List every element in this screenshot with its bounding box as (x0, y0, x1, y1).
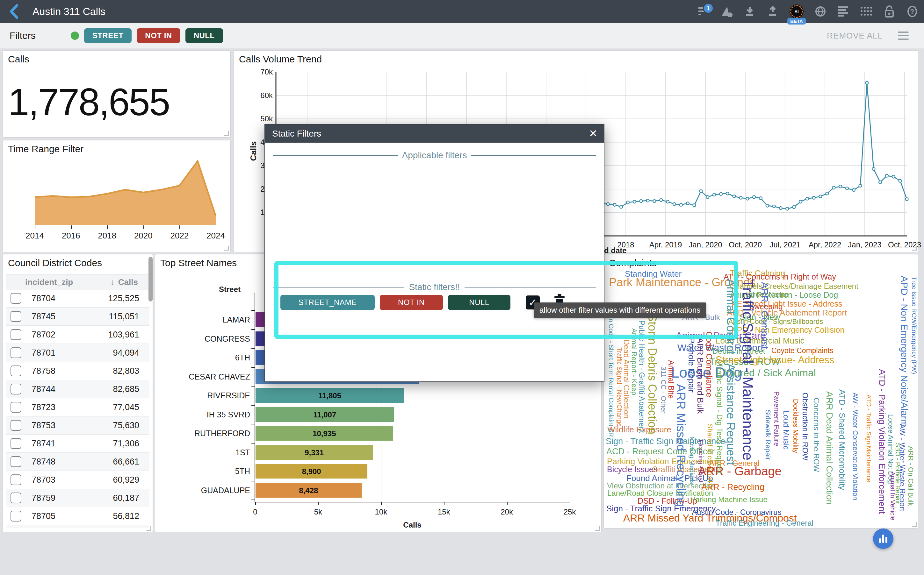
back-button[interactable] (5, 2, 24, 21)
cloud-word[interactable]: Traffic Signal - Dig Tess Request (715, 363, 723, 474)
cloud-word[interactable]: Public Health - Graffiti Abatement (638, 320, 645, 433)
col-calls[interactable]: Calls (118, 277, 138, 287)
filter-chip-not-in[interactable]: NOT IN (137, 29, 180, 43)
grid-dots-icon[interactable] (860, 5, 872, 17)
cloud-word[interactable]: Storm Debris Collection (647, 314, 658, 434)
table-row[interactable]: 7874866,661 (6, 453, 150, 471)
cloud-word[interactable]: ARR - Compost (760, 282, 769, 349)
modal-chip-null[interactable]: NULL (448, 295, 510, 310)
resize-handle[interactable] (912, 246, 917, 251)
table-row[interactable]: 7870556,812 (6, 507, 150, 525)
filterbar-menu-icon[interactable] (898, 32, 909, 40)
col-incident-zip[interactable]: incident_zip (25, 277, 73, 287)
table-row[interactable]: 7870360,929 (6, 471, 150, 489)
resize-handle[interactable] (912, 522, 917, 527)
table-scrollbar[interactable] (148, 257, 153, 302)
row-checkbox[interactable] (11, 492, 21, 504)
cloud-word[interactable]: Code Compliance (705, 332, 714, 397)
resize-handle[interactable] (224, 246, 229, 251)
table-row[interactable]: 7875960,187 (6, 489, 150, 507)
row-checkbox[interactable] (11, 420, 21, 431)
table-row[interactable]: 7875755,548 (6, 525, 150, 528)
upload-icon[interactable] (766, 5, 779, 17)
filter-chip-street[interactable]: STREET (84, 29, 132, 43)
lock-open-icon[interactable] (883, 5, 895, 17)
modal-chip-street-name[interactable]: STREET_NAME (280, 295, 375, 310)
table-row[interactable]: 7875882,803 (6, 362, 150, 380)
cloud-word[interactable]: 311 CC - Other (660, 367, 667, 414)
row-checkbox[interactable] (11, 384, 21, 394)
row-checkbox[interactable] (11, 438, 21, 449)
cloud-word[interactable]: Shared Micromobility (706, 424, 714, 489)
table-row[interactable]: 78702103,961 (6, 326, 150, 344)
cloud-word[interactable]: Obstruction in ROW (801, 392, 809, 461)
cloud-word[interactable]: Mowing Medians (689, 437, 695, 484)
cloud-word[interactable]: ATD - Parking Violation Enforcement (878, 369, 886, 514)
table-row[interactable]: 78745115,051 (6, 308, 150, 326)
row-checkbox[interactable] (11, 365, 21, 376)
cloud-word[interactable]: Concerns in the ROW (812, 398, 820, 472)
row-checkbox[interactable] (11, 456, 21, 467)
table-row[interactable]: 7875375,630 (6, 416, 150, 435)
row-checkbox[interactable] (11, 347, 21, 358)
cloud-word[interactable]: ARR Missed Recycling (675, 384, 687, 507)
cloud-word[interactable]: Animal Control - Assistance Request (725, 279, 736, 465)
cloud-word[interactable]: ARR Brush and Bulk (696, 338, 704, 414)
cloud-word[interactable]: Sidewalk Repair (765, 410, 771, 460)
resize-handle[interactable] (595, 526, 600, 531)
globe-icon[interactable] (814, 5, 827, 17)
cloud-word[interactable]: Dockless Mobility (792, 399, 799, 453)
row-checkbox[interactable] (11, 402, 21, 413)
row-checkbox[interactable] (11, 474, 21, 485)
resize-handle[interactable] (147, 526, 151, 531)
ai-assistant-icon[interactable]: AI BETA (790, 5, 804, 19)
chart-fab-button[interactable] (873, 529, 894, 549)
table-row[interactable]: 7870194,094 (6, 344, 150, 362)
street-label: IH 35 SVRD (168, 410, 250, 419)
cloud-word[interactable]: ARR - On Call Bulk (907, 446, 914, 506)
modal-chip-not-in[interactable]: NOT IN (380, 295, 443, 310)
cloud-word[interactable]: Traffic Signal - New/Change (616, 347, 623, 427)
cloud-word[interactable]: Parking Machine Issue (690, 496, 768, 504)
cloud-word[interactable]: ARR Dead Animal Collection (825, 391, 834, 505)
cloud-word[interactable]: Dead Animal Collection (623, 339, 630, 418)
cloud-word[interactable]: Austin Code - Short Term Rental Complain… (608, 304, 614, 437)
filter-lines-icon[interactable]: 1 (698, 5, 710, 17)
download-icon[interactable] (744, 5, 756, 17)
cloud-word[interactable]: Injured / Sick Animal (723, 368, 816, 378)
cloud-word[interactable]: Austin Code - Coronavirus (692, 508, 781, 516)
list-rows-icon[interactable] (837, 5, 849, 17)
row-checkbox[interactable] (11, 511, 21, 521)
row-checkbox[interactable] (11, 293, 21, 304)
cloud-word[interactable]: Coyote Complaints (771, 347, 833, 354)
table-row[interactable]: 7874171,306 (6, 435, 150, 453)
cloud-word[interactable]: Flooding - Past (698, 440, 704, 483)
cloud-word[interactable]: Pavement Failure (773, 391, 780, 446)
cloud-word[interactable]: AW - Water Conservation Violation (852, 392, 859, 500)
resize-handle[interactable] (224, 131, 229, 136)
cloud-word[interactable]: ATD - Traffic Sign Maintenance (866, 394, 872, 482)
row-checkbox[interactable] (11, 329, 21, 340)
cloud-word[interactable]: Animal Bite (667, 360, 675, 399)
cloud-word[interactable]: ATD - Shared Micromobility (838, 389, 846, 490)
remove-all-button[interactable]: REMOVE ALL (827, 31, 883, 41)
cloud-word[interactable]: Bicycle Issues (607, 465, 657, 473)
table-row[interactable]: 78704125,525 (6, 289, 150, 308)
cloud-word[interactable]: Traffic Engineering - General (715, 519, 813, 527)
table-row[interactable]: 7872377,045 (6, 398, 150, 416)
cloud-word[interactable]: APD - Non Emergency Noise/Alarm (900, 276, 909, 427)
modal-close-button[interactable]: ✕ (589, 127, 597, 140)
cloud-word[interactable]: Traffic Signal - Maintenance (741, 279, 755, 461)
cloud-word[interactable]: Pothole Repair (687, 338, 696, 392)
table-row[interactable]: 7874482,685 (6, 380, 150, 398)
cloud-word[interactable]: Debris in Street (712, 347, 765, 355)
row-checkbox[interactable] (11, 311, 21, 322)
cloud-word[interactable]: Loud Music (782, 410, 790, 450)
modal-header[interactable]: Static Filters ✕ (265, 125, 604, 143)
cloud-word[interactable]: Tree Issue ROW/Emergency (PW) (911, 277, 917, 374)
chart-settings-icon[interactable] (721, 5, 733, 17)
help-icon[interactable]: ? (906, 5, 918, 17)
cloud-word[interactable]: SBO - Pothole Repair (895, 443, 901, 504)
filter-chip-null[interactable]: NULL (185, 29, 223, 43)
cloud-word[interactable]: Animal Report - Keep (631, 328, 637, 395)
